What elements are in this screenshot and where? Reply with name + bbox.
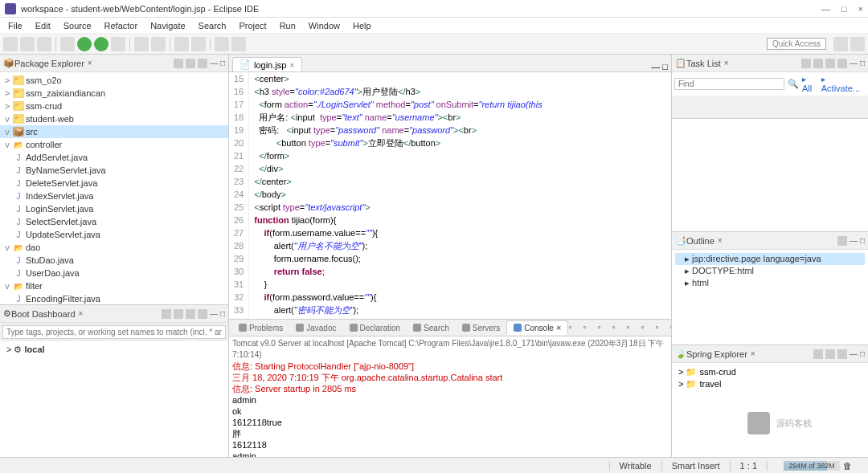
tree-item[interactable]: JUserDao.java [0,267,228,279]
tree-item[interactable]: JStuDao.java [0,254,228,267]
tree-item[interactable]: >📁ssm-crud [0,100,228,112]
tree-item[interactable]: v📂filter [0,279,228,292]
outline-close-icon[interactable]: × [718,236,723,245]
sp-action-2-icon[interactable] [825,349,835,359]
save-all-icon[interactable] [37,37,51,51]
tl-minimize-icon[interactable]: — [850,59,858,68]
tree-item[interactable]: JIndexServlet.java [0,190,228,202]
ol-maximize-icon[interactable]: □ [860,236,865,246]
tab-search[interactable]: Search [407,322,456,334]
tree-item[interactable]: JAddServlet.java [0,151,228,164]
menu-file[interactable]: File [2,19,29,32]
bd-action-4-icon[interactable] [198,309,207,319]
spring-close-icon[interactable]: × [751,349,755,358]
tab-javadoc[interactable]: Javadoc [289,322,342,334]
link-editor-icon[interactable] [186,59,195,68]
save-icon[interactable] [20,37,35,51]
gc-icon[interactable]: 🗑 [843,461,852,471]
menu-refactor[interactable]: Refactor [98,19,145,32]
view-menu-icon[interactable] [198,59,207,68]
editor-tab-login[interactable]: 📄 login.jsp × [232,57,302,71]
tab-servers[interactable]: Servers [456,322,506,334]
console-tab-close-icon[interactable]: × [556,323,561,332]
window-close[interactable]: × [858,4,863,14]
perspective-java-icon[interactable] [850,37,865,51]
menu-window[interactable]: Window [302,19,346,32]
sp-maximize-icon[interactable]: □ [860,349,865,359]
new-class-icon[interactable] [151,37,166,51]
outline-item[interactable]: ▸ jsp:directive.page language=java [675,253,865,265]
tree-item[interactable]: v📁student-web [0,112,228,125]
maximize-pane-icon[interactable]: □ [220,59,225,68]
clear-icon[interactable]: ▫ [597,322,608,333]
menu-edit[interactable]: Edit [29,19,57,32]
outline-item[interactable]: ▸ DOCTYPE:html [675,265,865,277]
window-maximize[interactable]: □ [841,4,847,14]
tree-item[interactable]: >📁ssm_o2o [0,74,228,87]
tree-item[interactable]: JDeleteServlet.java [0,177,228,190]
tl-action-2-icon[interactable] [813,59,823,68]
tree-item[interactable]: v📦src [0,125,228,138]
spring-item[interactable]: > 📁 ssm-crud [678,366,862,378]
tl-maximize-icon[interactable]: □ [860,59,865,68]
task-search-input[interactable] [674,78,784,90]
quick-access[interactable]: Quick Access [767,38,826,50]
run-icon[interactable] [77,37,92,51]
task-activate-link[interactable]: ▸ Activate... [821,75,866,93]
menu-navigate[interactable]: Navigate [144,19,191,32]
debug-icon[interactable] [60,37,75,51]
toggle-breadcrumb-icon[interactable] [191,37,206,51]
external-tools-icon[interactable] [111,37,125,51]
task-list-close-icon[interactable]: × [724,59,729,67]
tab-declaration[interactable]: Declaration [343,322,407,334]
package-explorer-tree[interactable]: >📁ssm_o2o>📁ssm_zaixiandiancan>📁ssm-crudv… [0,72,228,304]
task-all-link[interactable]: ▸ All [802,75,818,93]
new-package-icon[interactable] [134,37,149,51]
tree-item[interactable]: JByNameServlet.java [0,164,228,177]
tree-item[interactable]: JLoginServlet.java [0,202,228,215]
boot-dashboard-local[interactable]: > ⚙ local [6,345,222,355]
code-editor[interactable]: 1516171819202122232425262728293031323334… [229,72,671,319]
tree-item[interactable]: v📂dao [0,241,228,254]
editor-tab-close-icon[interactable]: × [289,60,294,70]
boot-dashboard-close-icon[interactable]: × [79,309,84,318]
run-last-icon[interactable] [94,37,108,51]
display-selected-icon[interactable]: ▫ [641,322,652,333]
outline-tree[interactable]: ▸ jsp:directive.page language=java▸ DOCT… [672,250,868,345]
terminate-icon[interactable]: ▫ [568,322,579,333]
package-explorer-close-icon[interactable]: × [88,59,92,67]
tree-item[interactable]: v📂controller [0,138,228,151]
bd-maximize-icon[interactable]: □ [220,309,225,319]
window-minimize[interactable]: — [821,4,830,14]
bd-action-3-icon[interactable] [186,309,195,319]
ol-minimize-icon[interactable]: — [850,236,858,246]
perspective-jee-icon[interactable] [833,37,848,51]
menu-run[interactable]: Run [273,19,302,32]
pin-icon[interactable]: ▫ [626,322,637,333]
new-icon[interactable] [3,37,18,51]
remove-terminated-icon[interactable]: ▫ [583,322,594,333]
tree-item[interactable]: JUpdateServlet.java [0,228,228,241]
console-view[interactable]: Tomcat v9.0 Server at localhost [Apache … [229,336,671,457]
tree-item[interactable]: JEncodingFilter.java [0,292,228,304]
collapse-all-icon[interactable] [174,59,183,68]
bd-action-1-icon[interactable] [162,309,171,319]
boot-dashboard-search-input[interactable] [2,325,226,339]
sp-action-3-icon[interactable] [837,349,847,359]
bd-action-2-icon[interactable] [174,309,183,319]
search-icon[interactable] [174,37,189,51]
sp-action-1-icon[interactable] [813,349,823,359]
tree-item[interactable]: >📁ssm_zaixiandiancan [0,87,228,100]
open-console-icon[interactable]: ▫ [655,322,666,333]
tab-problems[interactable]: Problems [232,322,289,334]
back-icon[interactable] [215,37,229,51]
tree-item[interactable]: JSelectServlet.java [0,215,228,228]
memory-bar[interactable]: 294M of 382M [784,461,840,471]
spring-item[interactable]: > 📁 travel [678,378,862,390]
editor-maximize-icon[interactable]: □ [662,62,668,71]
editor-minimize-icon[interactable]: — [651,62,660,71]
tab-console[interactable]: Console × [506,320,568,335]
task-search-icon[interactable]: 🔍 [788,79,799,89]
sp-minimize-icon[interactable]: — [850,349,858,359]
menu-help[interactable]: Help [346,19,378,32]
